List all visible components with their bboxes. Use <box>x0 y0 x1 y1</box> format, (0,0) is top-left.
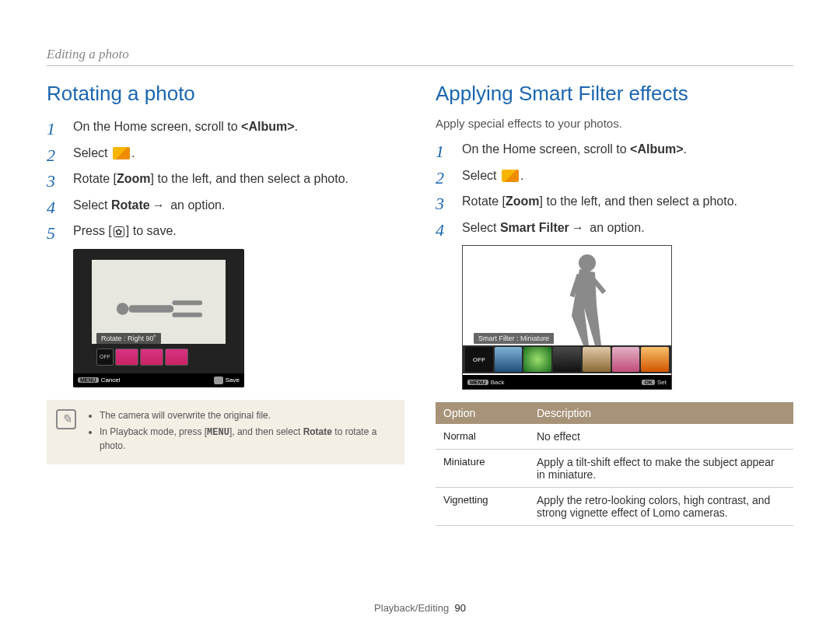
filter-sketch <box>641 347 669 372</box>
heading-rotating: Rotating a photo <box>47 82 404 106</box>
text-bold: Zoom <box>506 194 540 208</box>
subtitle: Apply special effects to your photos. <box>436 117 793 130</box>
off-thumb: OFF <box>96 349 114 366</box>
text: Select <box>462 221 500 234</box>
save-label: Save <box>226 377 240 384</box>
text: Select <box>73 198 111 212</box>
page-number: 90 <box>454 602 465 614</box>
filter-miniature <box>495 347 523 372</box>
options-table: Option Description Normal No effect Mini… <box>436 402 793 526</box>
note-box: ✎ The camera will overwrite the original… <box>47 400 404 464</box>
rotated-person-icon <box>114 297 204 321</box>
text: In Playback mode, press [ <box>100 426 207 437</box>
svg-rect-1 <box>128 305 173 313</box>
ok-chip: OK <box>642 380 655 385</box>
text: . <box>295 120 298 133</box>
th-description: Description <box>529 402 793 424</box>
menu-chip: MENU <box>467 380 488 385</box>
sf-label: Smart Filter : Miniature <box>474 333 554 344</box>
text: . <box>131 146 135 159</box>
breadcrumb: Editing a photo <box>47 47 793 66</box>
rot-step-2: Select . <box>47 143 404 163</box>
rotate-screenshot: Rotate : Right 90˚ OFF MENUCancel Save <box>73 249 244 387</box>
svg-point-4 <box>579 254 596 271</box>
arrow-icon: → <box>572 221 584 234</box>
thumb-180 <box>140 349 163 366</box>
edit-photo-icon <box>113 147 130 159</box>
smartfilter-screenshot: Smart Filter : Miniature OFF MENUBack OK… <box>462 245 672 390</box>
cam-bottom-bar: MENUCancel Save <box>73 373 244 387</box>
text: Select <box>462 169 500 182</box>
text: . <box>684 142 687 156</box>
note-line-2: In Playback mode, press [MENU], and then… <box>100 426 392 453</box>
opt-name: Miniature <box>436 450 529 488</box>
svg-rect-2 <box>172 300 202 305</box>
thumb-270 <box>165 349 188 366</box>
table-row: Normal No effect <box>436 424 793 450</box>
back-label: Back <box>491 379 505 386</box>
text-bold: <Album> <box>630 142 683 156</box>
page-footer: Playback/Editing 90 <box>0 602 840 614</box>
svg-rect-3 <box>172 313 202 317</box>
text-bold: Zoom <box>117 172 151 185</box>
note-icon: ✎ <box>56 409 76 429</box>
col-rotating: Rotating a photo On the Home screen, scr… <box>47 82 404 526</box>
arrow-icon: → <box>152 198 165 212</box>
col-smartfilter: Applying Smart Filter effects Apply spec… <box>436 82 793 526</box>
filter-soft <box>553 347 581 372</box>
menu-key: MENU <box>207 427 229 438</box>
rot-step-4: Select Rotate→ an option. <box>47 195 404 215</box>
opt-desc: No effect <box>529 424 793 450</box>
menu-chip: MENU <box>78 377 99 383</box>
text-bold: Rotate <box>303 426 332 437</box>
filter-halftone <box>612 347 640 372</box>
sf-step-3: Rotate [Zoom] to the left, and then sele… <box>436 191 793 212</box>
text: Rotate [ <box>462 194 506 208</box>
text: Select <box>73 146 111 159</box>
thumb-90 <box>115 349 138 366</box>
edit-photo-icon <box>502 170 519 182</box>
rot-step-1: On the Home screen, scroll to <Album>. <box>47 117 404 137</box>
preview-area <box>92 260 226 344</box>
svg-point-0 <box>117 303 128 314</box>
filter-vignetting <box>523 347 551 372</box>
macro-button-icon <box>114 226 124 237</box>
filter-oldfilm <box>583 347 611 372</box>
text: On the Home screen, scroll to <box>462 142 630 156</box>
opt-name: Normal <box>436 424 529 450</box>
footer-section: Playback/Editing <box>374 602 449 614</box>
text-bold: Rotate <box>111 198 150 212</box>
sf-step-4: Select Smart Filter→ an option. <box>436 218 793 238</box>
rot-step-5: Press [] to save. <box>47 221 404 241</box>
filter-row: OFF <box>463 345 671 373</box>
note-line-1: The camera will overwrite the original f… <box>100 409 392 422</box>
text-bold: <Album> <box>241 120 294 133</box>
sf-step-1: On the Home screen, scroll to <Album>. <box>436 139 793 159</box>
sf-step-2: Select . <box>436 166 793 186</box>
text: ], and then select <box>229 426 303 437</box>
text: ] to the left, and then select a photo. <box>540 194 737 208</box>
th-option: Option <box>436 402 529 424</box>
person-silhouette-icon <box>463 246 672 347</box>
heading-smartfilter: Applying Smart Filter effects <box>436 82 793 106</box>
table-row: Vignetting Apply the retro-looking color… <box>436 488 793 526</box>
rotate-label: Rotate : Right 90˚ <box>96 333 161 344</box>
thumb-row: OFF <box>96 349 188 366</box>
table-row: Miniature Apply a tilt-shift effect to m… <box>436 450 793 488</box>
text: Rotate [ <box>73 172 117 185</box>
text: . <box>520 169 523 182</box>
text: On the Home screen, scroll to <box>73 120 241 133</box>
text: an option. <box>586 221 645 234</box>
rot-step-3: Rotate [Zoom] to the left, and then sele… <box>47 169 404 189</box>
opt-desc: Apply the retro-looking colors, high con… <box>529 488 793 526</box>
cancel-label: Cancel <box>101 377 121 384</box>
text-bold: Smart Filter <box>500 221 569 234</box>
set-label: Set <box>657 379 667 386</box>
opt-desc: Apply a tilt-shift effect to make the su… <box>529 450 793 488</box>
macro-chip-icon <box>214 377 223 384</box>
text: Press [ <box>73 224 112 237</box>
filter-off: OFF <box>465 347 493 372</box>
opt-name: Vignetting <box>436 488 529 526</box>
text: an option. <box>167 198 226 212</box>
text: ] to the left, and then select a photo. <box>151 172 348 185</box>
